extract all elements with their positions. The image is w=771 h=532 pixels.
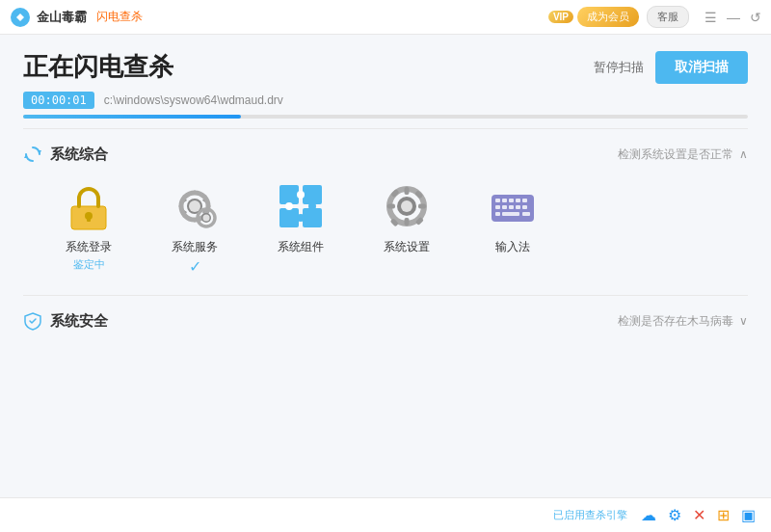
svg-rect-35: [509, 199, 514, 202]
svg-rect-45: [522, 212, 530, 216]
gear-icon: [170, 181, 220, 231]
puzzle-icon: [276, 181, 326, 231]
svg-rect-42: [522, 205, 527, 209]
chevron-up-icon[interactable]: ∧: [739, 147, 748, 161]
flash-scan-label: 闪电查杀: [96, 9, 143, 25]
vip-badge: VIP: [548, 11, 573, 23]
item-icon-login: [62, 179, 116, 233]
svg-rect-43: [495, 212, 500, 216]
network-icon[interactable]: ⊞: [717, 506, 730, 524]
item-status-login: 鉴定中: [73, 257, 105, 272]
svg-rect-15: [279, 208, 299, 227]
item-system-components: 系统组件: [262, 179, 339, 276]
item-icon-components: [274, 179, 328, 233]
section-divider-mid: [23, 295, 748, 296]
progress-bar-fill: [23, 115, 241, 119]
service-button[interactable]: 客服: [647, 6, 689, 28]
item-label-login: 系统登录: [66, 239, 112, 255]
svg-rect-40: [509, 205, 514, 209]
restore-icon[interactable]: ↺: [750, 11, 761, 24]
refresh-icon: [23, 145, 42, 164]
svg-rect-27: [418, 204, 426, 209]
svg-rect-37: [522, 199, 527, 202]
svg-rect-36: [516, 199, 520, 202]
keyboard-icon: [488, 181, 538, 231]
item-status-service: ✓: [189, 257, 201, 276]
svg-rect-39: [502, 205, 507, 209]
svg-point-18: [285, 202, 293, 210]
scan-title: 正在闪电查杀: [23, 50, 594, 84]
svg-rect-25: [405, 218, 410, 226]
logo-icon: [10, 7, 31, 28]
app-name: 金山毒霸: [37, 9, 87, 26]
svg-point-23: [401, 200, 412, 212]
svg-rect-34: [502, 199, 507, 202]
item-system-settings: 系统设置: [368, 179, 445, 276]
svg-rect-44: [502, 212, 519, 216]
svg-rect-13: [279, 185, 299, 204]
main-content: 正在闪电查杀 暂停扫描 取消扫描 00:00:01 c:\windows\sys…: [0, 35, 771, 497]
item-icon-input: [486, 179, 540, 233]
scan-path: c:\windows\syswow64\wdmaud.drv: [104, 93, 283, 107]
svg-point-12: [203, 215, 210, 222]
shield-icon: [23, 311, 42, 331]
scan-progress-row: 00:00:01 c:\windows\syswow64\wdmaud.drv: [23, 92, 748, 109]
minimize-icon[interactable]: —: [727, 11, 740, 24]
section-title-security: 系统安全: [50, 312, 108, 331]
svg-rect-33: [495, 199, 500, 202]
section-title-general: 系统综合: [50, 146, 108, 164]
cancel-button[interactable]: 取消扫描: [655, 51, 748, 84]
svg-point-9: [189, 200, 200, 212]
section-header-general: 系统综合 检测系统设置是否正常 ∧: [23, 145, 748, 164]
title-bar-right: VIP 成为会员 客服 ☰ — ↺: [548, 6, 761, 28]
menu-icon[interactable]: ☰: [705, 11, 717, 24]
item-system-service: 系统服务 ✓: [156, 179, 233, 276]
section-divider-top: [23, 128, 748, 129]
svg-rect-26: [387, 204, 395, 209]
system-general-section: 系统综合 检测系统设置是否正常 ∧ 系统登录: [23, 145, 748, 276]
scan-timer: 00:00:01: [23, 92, 94, 109]
section-title-group-security: 系统安全: [23, 311, 108, 331]
section-header-security: 系统安全 检测是否存在木马病毒 ∨: [23, 311, 748, 331]
item-label-components: 系统组件: [278, 239, 324, 255]
scan-actions: 暂停扫描 取消扫描: [594, 51, 748, 84]
window-controls: ☰ — ↺: [705, 11, 761, 24]
pause-button[interactable]: 暂停扫描: [594, 59, 644, 76]
item-label-input: 输入法: [495, 239, 530, 255]
section-desc-security: 检测是否存在木马病毒: [618, 313, 733, 330]
item-icon-settings: [380, 179, 434, 233]
status-bar: 已启用查杀引擎 ☁ ⚙ ✕ ⊞ ▣: [0, 497, 771, 532]
cloud-icon[interactable]: ☁: [641, 506, 656, 524]
svg-rect-38: [495, 205, 500, 209]
progress-bar-container: [23, 115, 748, 119]
svg-point-20: [308, 202, 316, 210]
svg-marker-1: [38, 150, 41, 154]
title-bar: 金山毒霸 闪电查杀 VIP 成为会员 客服 ☰ — ↺: [0, 0, 771, 35]
svg-point-17: [297, 191, 305, 199]
database-icon[interactable]: ▣: [741, 506, 756, 524]
section-title-group: 系统综合: [23, 145, 108, 164]
system-security-section: 系统安全 检测是否存在木马病毒 ∨: [23, 311, 748, 331]
svg-rect-24: [405, 187, 410, 195]
svg-rect-16: [303, 208, 322, 227]
chevron-down-icon[interactable]: ∨: [739, 314, 748, 328]
status-icons: ☁ ⚙ ✕ ⊞ ▣: [641, 506, 756, 524]
item-label-settings: 系统设置: [384, 239, 430, 255]
virus-icon[interactable]: ✕: [693, 506, 705, 524]
scan-header: 正在闪电查杀 暂停扫描 取消扫描: [23, 50, 748, 84]
settings-icon[interactable]: ⚙: [668, 506, 681, 524]
item-input-method: 输入法: [474, 179, 551, 276]
section-right-general: 检测系统设置是否正常 ∧: [618, 146, 748, 163]
member-button[interactable]: 成为会员: [577, 7, 639, 27]
svg-point-19: [297, 214, 305, 222]
lock-icon: [64, 181, 114, 231]
item-icon-service: [168, 179, 222, 233]
section-desc-general: 检测系统设置是否正常: [618, 146, 733, 163]
app-logo: 金山毒霸 闪电查杀: [10, 7, 143, 28]
items-grid: 系统登录 鉴定中: [23, 179, 748, 276]
engine-status-text: 已启用查杀引擎: [553, 508, 627, 522]
svg-rect-41: [516, 205, 520, 209]
svg-rect-14: [303, 185, 322, 204]
svg-rect-6: [87, 216, 91, 222]
item-system-login: 系统登录 鉴定中: [50, 179, 127, 276]
